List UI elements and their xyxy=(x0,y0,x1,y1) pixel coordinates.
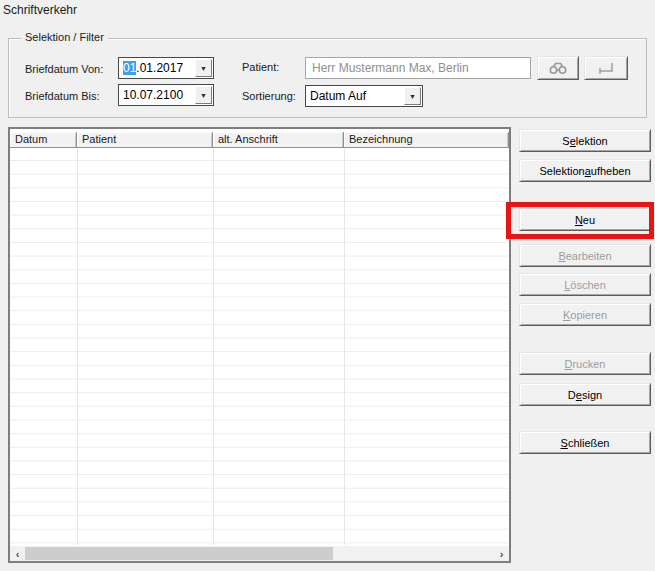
table-header-row: Datum Patient alt. Anschrift Bezeichnung xyxy=(10,132,509,148)
briefdatum-bis-dropdown-button[interactable]: ▼ xyxy=(195,86,212,104)
letters-table: Datum Patient alt. Anschrift Bezeichnung… xyxy=(8,127,511,563)
page-title: Schriftverkehr xyxy=(3,3,77,17)
chevron-down-icon: ▼ xyxy=(409,93,416,100)
enter-key-icon xyxy=(597,61,615,75)
binoculars-icon xyxy=(549,62,567,74)
kopieren-button[interactable]: Kopieren xyxy=(519,303,651,326)
briefdatum-von-dropdown-button[interactable]: ▼ xyxy=(195,59,212,77)
sortierung-dropdown-button[interactable]: ▼ xyxy=(404,87,421,105)
briefdatum-von-label: Briefdatum Von: xyxy=(25,61,103,77)
selektion-button[interactable]: Selektion xyxy=(519,129,651,152)
scroll-right-arrow-icon[interactable]: › xyxy=(494,546,509,561)
briefdatum-bis-field[interactable]: 10.07.2100 ▼ xyxy=(118,84,214,106)
loeschen-button[interactable]: Löschen xyxy=(519,273,651,296)
column-divider xyxy=(344,148,345,545)
column-header-patient[interactable]: Patient xyxy=(77,132,213,148)
sortierung-label: Sortierung: xyxy=(242,88,296,104)
date-selected-segment: 01 xyxy=(123,61,136,75)
drucken-button[interactable]: Drucken xyxy=(519,352,651,375)
column-header-datum[interactable]: Datum xyxy=(10,132,77,148)
column-header-bezeichnung[interactable]: Bezeichnung xyxy=(344,132,509,148)
briefdatum-von-value: 01.01.2017 xyxy=(119,61,194,75)
patient-field[interactable]: Herr Mustermann Max, Berlin xyxy=(305,57,531,79)
column-divider xyxy=(213,148,214,545)
briefdatum-bis-label: Briefdatum Bis: xyxy=(25,88,100,104)
schliessen-button[interactable]: Schließen xyxy=(519,431,651,454)
horizontal-scrollbar[interactable]: ‹ › xyxy=(10,545,509,561)
briefdatum-von-field[interactable]: 01.01.2017 ▼ xyxy=(118,57,214,79)
group-legend: Selektion / Filter xyxy=(21,31,108,43)
enter-key-icon-button[interactable] xyxy=(584,56,628,80)
column-divider xyxy=(77,148,78,545)
neu-button[interactable]: Neu xyxy=(519,208,651,231)
scroll-left-arrow-icon[interactable]: ‹ xyxy=(10,546,25,561)
briefdatum-bis-value: 10.07.2100 xyxy=(119,88,194,102)
search-patient-button[interactable] xyxy=(537,56,579,80)
chevron-down-icon: ▼ xyxy=(200,65,207,72)
scrollbar-thumb[interactable] xyxy=(25,547,333,560)
table-body[interactable] xyxy=(10,148,509,545)
column-header-alt-anschrift[interactable]: alt. Anschrift xyxy=(213,132,344,148)
bearbeiten-button[interactable]: Bearbeiten xyxy=(519,244,651,267)
patient-label: Patient: xyxy=(242,59,279,75)
patient-value: Herr Mustermann Max, Berlin xyxy=(306,61,530,75)
date-remainder: .01.2017 xyxy=(136,61,183,75)
chevron-down-icon: ▼ xyxy=(200,92,207,99)
sortierung-value: Datum Auf xyxy=(306,89,403,103)
selektion-aufheben-button[interactable]: Selektion aufheben xyxy=(519,159,651,182)
sortierung-select[interactable]: Datum Auf ▼ xyxy=(305,85,423,107)
design-button[interactable]: Design xyxy=(519,383,651,406)
